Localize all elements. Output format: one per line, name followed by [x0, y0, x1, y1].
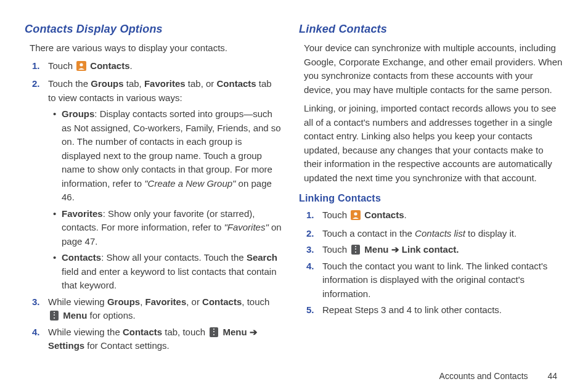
menu-icon: [351, 245, 360, 255]
contacts-list: Contacts list: [415, 228, 465, 239]
step-1: 1. Touch Contacts.: [48, 59, 282, 75]
contacts-label: Contacts: [88, 60, 129, 71]
steps-display-options: 1. Touch Contacts. 2. Touch the Groups t…: [25, 59, 282, 353]
right-column: Linked Contacts Your device can synchron…: [294, 18, 563, 386]
bullet-groups: Groups: Display contacts sorted into gro…: [53, 107, 282, 205]
svg-point-3: [354, 212, 357, 215]
page: Contacts Display Options There are vario…: [0, 0, 588, 392]
step-number: 5.: [306, 303, 321, 317]
step-number: 1.: [32, 59, 47, 73]
page-footer: Accounts and Contacts 44: [439, 371, 557, 381]
section-title: Accounts and Contacts: [439, 371, 528, 381]
subheading-linking-contacts: Linking Contacts: [299, 191, 563, 206]
period: .: [130, 60, 133, 71]
heading-linked-contacts: Linked Contacts: [299, 21, 563, 38]
svg-point-1: [80, 63, 83, 66]
ref-favorites: "Favorites": [224, 222, 268, 232]
ref-create-group: "Create a New Group": [144, 178, 235, 189]
step-4: 4. Touch the contact you want to link. T…: [322, 259, 563, 301]
step-number: 4.: [32, 325, 47, 340]
step-2: 2. Touch a contact in the Contacts list …: [322, 227, 563, 241]
menu-icon: [50, 311, 59, 321]
step-2: 2. Touch the Groups tab, Favorites tab, …: [48, 77, 282, 293]
menu-icon: [210, 327, 218, 337]
step-1: 1. Touch Contacts.: [322, 208, 563, 224]
intro-text: There are various ways to display your c…: [30, 41, 282, 55]
paragraph-linking: Linking, or joining, imported contact re…: [304, 102, 563, 185]
page-number: 44: [547, 371, 557, 381]
step-number: 2.: [306, 227, 321, 241]
step-number: 2.: [32, 77, 47, 91]
contacts-label: Contacts: [362, 210, 404, 220]
step-4: 4. While viewing the Contacts tab, touch…: [48, 325, 282, 353]
bullets-tabs: Groups: Display contacts sorted into gro…: [48, 107, 282, 293]
left-column: Contacts Display Options There are vario…: [25, 18, 294, 386]
step-number: 3.: [32, 295, 47, 309]
step-number: 4.: [306, 259, 321, 274]
step-5: 5. Repeat Steps 3 and 4 to link other co…: [322, 303, 563, 317]
arrow-icon: ➔: [391, 244, 399, 255]
bullet-contacts: Contacts: Show all your contacts. Touch …: [53, 251, 282, 293]
bullet-favorites: Favorites: Show only your favorite (or s…: [53, 207, 282, 249]
step-3: 3. Touch Menu ➔ Link contact.: [322, 243, 563, 257]
paragraph-sync: Your device can synchronize with multipl…: [304, 41, 563, 97]
step-text: Touch: [48, 60, 75, 71]
step-number: 1.: [306, 208, 321, 223]
steps-linking: 1. Touch Contacts. 2. Touch a contact in…: [299, 208, 563, 317]
contacts-icon: [76, 61, 86, 75]
step-3: 3. While viewing Groups, Favorites, or C…: [48, 295, 282, 323]
arrow-icon: ➔: [250, 327, 258, 337]
heading-contacts-display-options: Contacts Display Options: [25, 21, 282, 38]
contacts-icon: [351, 210, 361, 224]
step-number: 3.: [306, 243, 321, 257]
